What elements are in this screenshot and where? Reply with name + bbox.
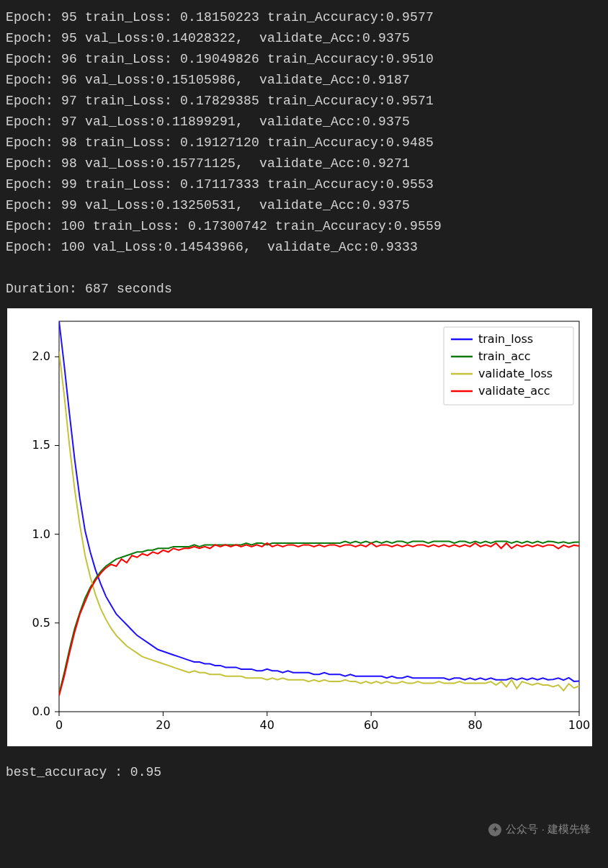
svg-text:0.5: 0.5	[32, 616, 50, 630]
svg-text:60: 60	[364, 718, 378, 732]
training-chart: 0204060801000.00.51.01.52.0train_losstra…	[7, 308, 592, 746]
footer-output: best_accuracy : 0.95	[0, 752, 608, 787]
svg-text:train_loss: train_loss	[478, 332, 533, 346]
svg-text:40: 40	[260, 718, 274, 732]
svg-text:1.0: 1.0	[32, 527, 50, 541]
svg-text:0.0: 0.0	[32, 704, 50, 718]
svg-text:100: 100	[568, 718, 591, 732]
svg-text:0: 0	[55, 718, 63, 732]
svg-text:80: 80	[468, 718, 482, 732]
svg-text:validate_acc: validate_acc	[478, 384, 550, 398]
svg-text:2.0: 2.0	[32, 349, 50, 363]
svg-text:1.5: 1.5	[32, 438, 50, 452]
svg-text:20: 20	[156, 718, 170, 732]
svg-text:validate_loss: validate_loss	[478, 367, 553, 381]
best-accuracy-line: best_accuracy : 0.95	[6, 765, 161, 779]
console-output: Epoch: 95 train_Loss: 0.18150223 train_A…	[0, 0, 608, 300]
svg-text:train_acc: train_acc	[478, 349, 531, 364]
